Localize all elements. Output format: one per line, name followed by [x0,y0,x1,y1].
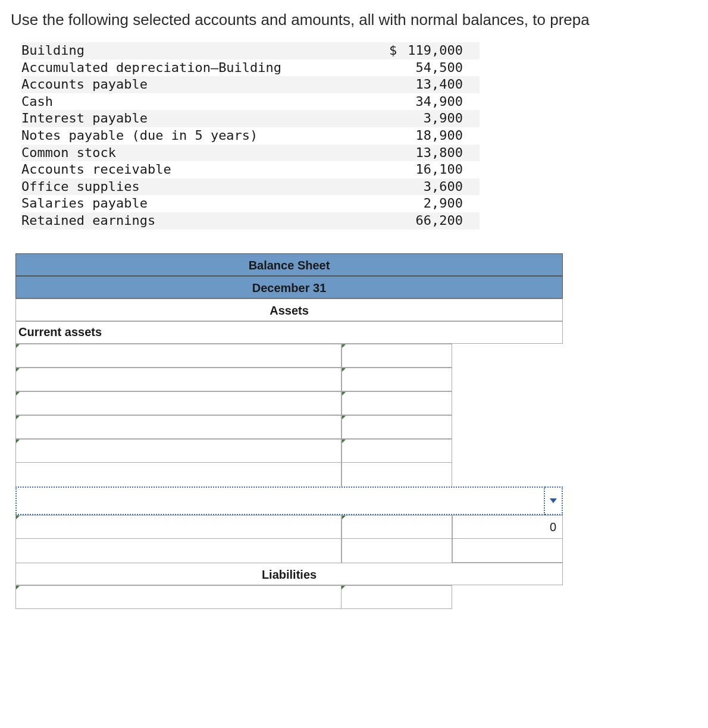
account-value: 13,400 [378,76,480,93]
asset-amount-input[interactable] [342,415,452,439]
account-value: 3,900 [378,110,480,127]
subtotal-value: 0 [550,520,556,534]
liability-name-input[interactable] [15,585,342,609]
asset-name-input[interactable] [15,415,342,439]
asset-name-input[interactable] [15,439,342,463]
accounts-table: Building$ 119,000Accumulated depreciatio… [21,42,480,230]
account-label: Office supplies [21,178,378,196]
spacer-cell [15,463,342,487]
account-label: Building [21,42,378,59]
account-row: Building$ 119,000 [21,42,480,59]
account-label: Interest payable [21,110,378,127]
account-value: 13,800 [378,145,480,162]
spacer-cell [15,539,342,563]
balance-sheet: Balance Sheet December 31 Assets Current… [15,253,563,609]
account-row: Notes payable (due in 5 years) 18,900 [21,127,480,145]
balance-sheet-title: Balance Sheet [15,253,563,276]
account-value: 66,200 [378,212,480,230]
account-row: Interest payable 3,900 [21,110,480,127]
spacer-cell [342,539,452,563]
account-value: $ 119,000 [378,42,480,59]
subtotal-cell: 0 [452,515,563,539]
account-label: Retained earnings [21,212,378,230]
account-value: 3,600 [378,178,480,196]
empty-cell [452,368,563,391]
balance-sheet-date: December 31 [15,276,563,299]
chevron-down-icon [550,498,557,503]
empty-cell [452,344,563,368]
liability-amount-input[interactable] [342,585,452,609]
account-label: Common stock [21,145,378,162]
empty-cell [452,391,563,415]
account-value: 16,100 [378,161,480,178]
spacer-cell [452,463,563,487]
dropdown-field[interactable] [15,487,545,515]
asset-name-input[interactable] [15,368,342,391]
account-label: Accounts receivable [21,161,378,178]
empty-cell [452,415,563,439]
asset-amount-input[interactable] [342,439,452,463]
section-liabilities: Liabilities [15,563,563,585]
selected-dropdown-row[interactable] [15,487,563,515]
asset-amount-input[interactable] [342,391,452,415]
asset-name-input[interactable] [15,391,342,415]
asset-name-input[interactable] [15,344,342,368]
asset-amount-input[interactable] [342,368,452,391]
account-label: Cash [21,93,378,111]
account-value: 18,900 [378,127,480,145]
asset-amount-input[interactable] [342,344,452,368]
asset-amount-input[interactable] [342,515,452,539]
account-row: Cash 34,900 [21,93,480,111]
spacer-cell [452,539,563,563]
empty-cell [452,439,563,463]
account-row: Common stock 13,800 [21,145,480,162]
account-row: Accumulated depreciation—Building 54,500 [21,59,480,77]
account-row: Accounts receivable 16,100 [21,161,480,178]
account-label: Accounts payable [21,76,378,93]
account-row: Accounts payable 13,400 [21,76,480,93]
account-row: Retained earnings 66,200 [21,212,480,230]
asset-name-input[interactable] [15,515,342,539]
account-label: Salaries payable [21,195,378,212]
instruction-text: Use the following selected accounts and … [11,11,697,29]
account-row: Office supplies 3,600 [21,178,480,196]
account-label: Notes payable (due in 5 years) [21,127,378,145]
account-row: Salaries payable 2,900 [21,195,480,212]
account-value: 34,900 [378,93,480,111]
empty-cell [452,585,563,609]
account-value: 2,900 [378,195,480,212]
account-label: Accumulated depreciation—Building [21,59,378,77]
spacer-cell [342,463,452,487]
current-assets-label: Current assets [15,321,563,344]
account-value: 54,500 [378,59,480,77]
dropdown-toggle[interactable] [545,487,563,515]
section-assets: Assets [15,299,563,321]
